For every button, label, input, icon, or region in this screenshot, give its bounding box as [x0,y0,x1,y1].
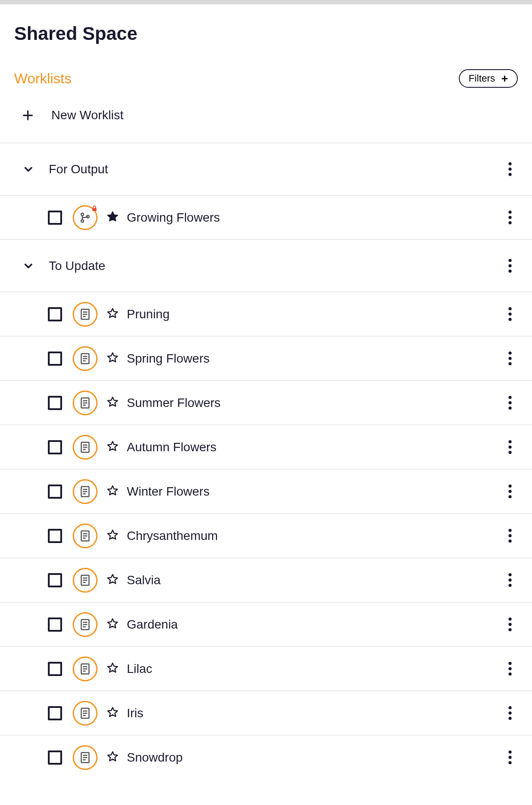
more-menu-button[interactable] [501,616,519,633]
more-menu-button[interactable] [501,660,519,678]
item-label: Gardenia [127,617,178,632]
more-menu-button[interactable] [501,305,519,323]
star-icon[interactable] [106,617,119,632]
more-menu-button[interactable] [501,571,519,589]
svg-rect-3 [92,208,96,211]
worklist-group-row[interactable]: To Update [0,239,532,292]
more-menu-button[interactable] [501,257,519,275]
star-icon[interactable] [106,440,119,454]
svg-point-0 [81,213,84,215]
star-icon[interactable] [106,750,119,765]
header-section: Shared Space Worklists Filters + [0,4,532,88]
plus-icon: + [22,106,34,125]
item-label: Autumn Flowers [127,440,216,454]
more-menu-button[interactable] [501,483,519,500]
document-icon [73,701,98,726]
star-icon[interactable] [106,307,119,321]
item-checkbox[interactable] [48,573,62,587]
item-label: Iris [127,706,143,720]
item-label: Lilac [127,662,153,676]
worklist-item-row[interactable]: Lilac [0,646,532,691]
star-icon[interactable] [106,706,119,720]
worklist-item-row[interactable]: Autumn Flowers [0,425,532,469]
item-label: Winter Flowers [127,485,210,499]
item-label: Growing Flowers [127,211,220,225]
worklist-item-row[interactable]: Winter Flowers [0,469,532,513]
document-icon [73,435,98,460]
document-icon [73,657,98,681]
item-checkbox[interactable] [48,211,62,225]
worklist-group-row[interactable]: For Output [0,143,532,195]
subtitle-row: Worklists Filters + [14,69,518,88]
item-label: Chrysanthemum [127,529,218,543]
more-menu-button[interactable] [501,527,519,545]
star-icon[interactable] [106,485,119,499]
star-icon[interactable] [106,573,119,587]
item-label: Spring Flowers [127,352,210,366]
document-icon [73,568,98,593]
star-icon[interactable] [106,352,119,366]
item-checkbox[interactable] [48,485,62,499]
document-icon [73,302,98,327]
worklist-item-row[interactable]: Growing Flowers [0,195,532,239]
item-checkbox[interactable] [48,617,62,632]
worklist-item-row[interactable]: Pruning [0,292,532,336]
item-checkbox[interactable] [48,706,62,720]
more-menu-button[interactable] [501,749,519,766]
more-menu-button[interactable] [501,160,519,178]
item-checkbox[interactable] [48,396,62,410]
item-label: Snowdrop [127,750,183,765]
chevron-down-icon [22,260,35,272]
item-checkbox[interactable] [48,307,62,321]
star-icon[interactable] [106,396,119,410]
plus-icon: + [501,73,508,84]
more-menu-button[interactable] [501,704,519,722]
more-menu-button[interactable] [501,350,519,367]
group-label: For Output [49,162,108,176]
document-icon [73,479,98,504]
item-checkbox[interactable] [48,529,62,543]
filters-button[interactable]: Filters + [459,69,518,88]
worklist-item-row[interactable]: Iris [0,691,532,735]
document-icon [73,346,98,371]
new-worklist-label: New Worklist [51,108,124,122]
item-label: Summer Flowers [127,396,221,410]
svg-point-1 [81,219,84,222]
worklist-item-row[interactable]: Chrysanthemum [0,513,532,558]
item-label: Pruning [127,307,170,321]
document-icon [73,524,98,548]
star-icon[interactable] [106,529,119,543]
more-menu-button[interactable] [501,438,519,456]
more-menu-button[interactable] [501,209,519,227]
new-worklist-button[interactable]: + New Worklist [0,88,532,143]
star-icon[interactable] [106,211,119,225]
document-icon [73,745,98,770]
item-checkbox[interactable] [48,750,62,765]
document-icon [73,612,98,637]
worklist-item-row[interactable]: Summer Flowers [0,380,532,425]
document-icon [73,391,98,415]
group-label: To Update [49,259,106,273]
item-label: Salvia [127,573,160,587]
worklist-item-row[interactable]: Salvia [0,558,532,602]
chevron-down-icon [22,163,35,176]
branch-icon [73,205,98,230]
item-checkbox[interactable] [48,440,62,454]
page-title: Shared Space [14,23,518,44]
section-subtitle: Worklists [14,70,71,87]
worklists-panel: Shared Space Worklists Filters + + New W… [0,0,532,805]
star-icon[interactable] [106,662,119,676]
more-menu-button[interactable] [501,394,519,412]
item-checkbox[interactable] [48,352,62,366]
filters-label: Filters [469,73,495,84]
worklist-list: For OutputGrowing FlowersTo UpdatePrunin… [0,143,532,779]
lock-icon [91,204,98,213]
worklist-item-row[interactable]: Snowdrop [0,735,532,779]
item-checkbox[interactable] [48,662,62,676]
worklist-item-row[interactable]: Gardenia [0,602,532,646]
worklist-item-row[interactable]: Spring Flowers [0,336,532,380]
